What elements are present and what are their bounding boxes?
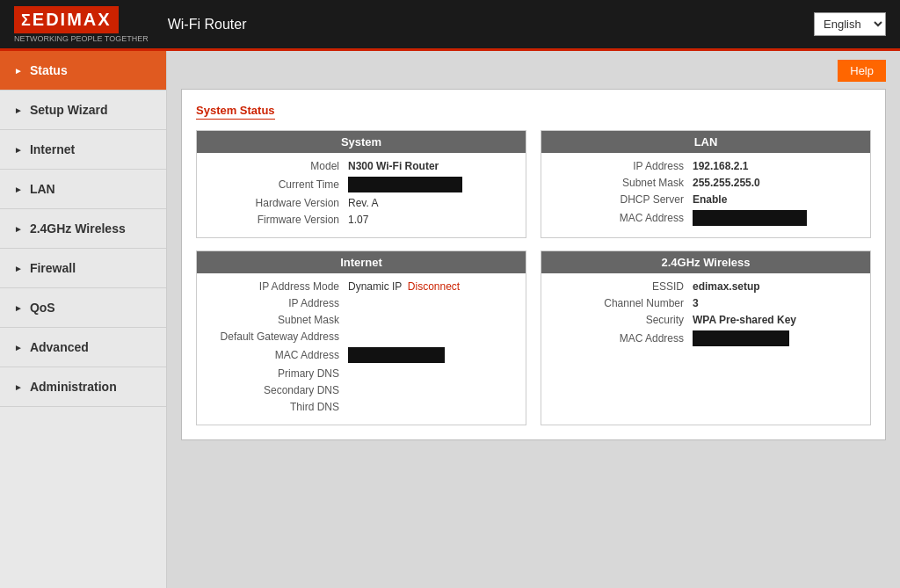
lan-ip-row: IP Address 192.168.2.1: [552, 160, 860, 172]
lan-panel-header: LAN: [541, 131, 870, 153]
arrow-icon: ►: [14, 343, 23, 352]
sidebar-label-internet: Internet: [30, 142, 75, 156]
internet-gw-label: Default Gateway Address: [207, 330, 348, 343]
internet-dns3-label: Third DNS: [207, 401, 348, 413]
internet-ip-row: IP Address: [207, 297, 515, 309]
main-content: Help System Status System Model N300 Wi-…: [167, 51, 900, 588]
sidebar-item-firewall[interactable]: ► Firewall: [0, 249, 166, 288]
arrow-icon: ►: [14, 145, 23, 155]
sidebar-item-setup-wizard[interactable]: ► Setup Wizard: [0, 91, 166, 130]
sidebar-item-advanced[interactable]: ► Advanced: [0, 328, 166, 367]
lan-dhcp-value: Enable: [693, 193, 727, 206]
security-label: Security: [552, 314, 693, 326]
system-panel-body: Model N300 Wi-Fi Router Current Time Har…: [197, 153, 526, 237]
help-button[interactable]: Help: [838, 60, 886, 82]
sidebar-label-setup-wizard: Setup Wizard: [30, 103, 108, 117]
language-dropdown[interactable]: English Chinese French German: [814, 12, 886, 36]
sidebar-item-internet[interactable]: ► Internet: [0, 130, 166, 170]
sidebar-item-wireless[interactable]: ► 2.4GHz Wireless: [0, 209, 166, 249]
disconnect-link[interactable]: Disconnect: [408, 280, 460, 293]
lan-mac-row: MAC Address: [552, 210, 860, 226]
internet-panel-header: Internet: [197, 251, 526, 273]
lan-mask-value: 255.255.255.0: [693, 177, 760, 189]
system-fw-row: Firmware Version 1.07: [207, 214, 515, 226]
essid-label: ESSID: [552, 280, 693, 293]
layout: ► Status ► Setup Wizard ► Internet ► LAN…: [0, 51, 900, 588]
lan-ip-value: 192.168.2.1: [693, 160, 748, 172]
essid-value: edimax.setup: [693, 280, 760, 293]
arrow-icon: ►: [14, 382, 23, 392]
arrow-icon: ►: [14, 224, 23, 234]
lan-mac-label: MAC Address: [552, 212, 693, 224]
wireless-security-row: Security WPA Pre-shared Key: [552, 314, 860, 326]
system-panel-header: System: [197, 131, 526, 153]
model-label: Model: [207, 160, 348, 172]
channel-value: 3: [693, 297, 699, 309]
wireless-mac-row: MAC Address: [552, 330, 860, 346]
internet-info-panel: Internet IP Address Mode Dynamic IP Disc…: [196, 250, 526, 425]
header-logo: ΣEDIMAX NETWORKING PEOPLE TOGETHER Wi-Fi…: [14, 6, 246, 43]
model-value: N300 Wi-Fi Router: [348, 160, 439, 172]
bottom-status-grid: Internet IP Address Mode Dynamic IP Disc…: [196, 250, 871, 425]
addr-mode-label: IP Address Mode: [207, 280, 348, 293]
internet-dns3-row: Third DNS: [207, 401, 515, 413]
language-selector[interactable]: English Chinese French German: [814, 12, 886, 36]
internet-gw-row: Default Gateway Address: [207, 330, 515, 343]
top-status-grid: System Model N300 Wi-Fi Router Current T…: [196, 130, 871, 238]
arrow-icon: ►: [14, 264, 23, 273]
lan-info-panel: LAN IP Address 192.168.2.1 Subnet Mask 2…: [541, 130, 871, 238]
internet-mac-label: MAC Address: [207, 349, 348, 361]
system-status-panel: System Status System Model N300 Wi-Fi Ro…: [181, 89, 886, 440]
system-model-row: Model N300 Wi-Fi Router: [207, 160, 515, 172]
hw-version-value: Rev. A: [348, 197, 378, 209]
section-title: System Status: [196, 104, 275, 120]
wireless-mac-label: MAC Address: [552, 332, 693, 345]
app-title: Wi-Fi Router: [168, 17, 247, 33]
wireless-channel-row: Channel Number 3: [552, 297, 860, 309]
lan-mask-row: Subnet Mask 255.255.255.0: [552, 177, 860, 189]
arrow-icon: ►: [14, 303, 23, 313]
fw-version-label: Firmware Version: [207, 214, 348, 226]
wireless-info-panel: 2.4GHz Wireless ESSID edimax.setup Chann…: [541, 250, 871, 425]
lan-dhcp-label: DHCP Server: [552, 193, 693, 206]
internet-mask-label: Subnet Mask: [207, 314, 348, 326]
lan-panel-body: IP Address 192.168.2.1 Subnet Mask 255.2…: [541, 153, 870, 237]
internet-mac-row: MAC Address: [207, 347, 515, 363]
sidebar-item-administration[interactable]: ► Administration: [0, 367, 166, 407]
lan-mask-label: Subnet Mask: [552, 177, 693, 189]
current-time-masked: [348, 177, 462, 192]
sidebar: ► Status ► Setup Wizard ► Internet ► LAN…: [0, 51, 167, 588]
lan-dhcp-row: DHCP Server Enable: [552, 193, 860, 206]
sidebar-label-lan: LAN: [30, 182, 55, 196]
system-time-row: Current Time: [207, 177, 515, 192]
sidebar-label-qos: QoS: [30, 301, 55, 315]
sidebar-label-administration: Administration: [30, 380, 117, 394]
internet-ip-label: IP Address: [207, 297, 348, 309]
logo-subtitle: NETWORKING PEOPLE TOGETHER: [14, 34, 149, 43]
arrow-icon: ►: [14, 66, 23, 76]
wireless-panel-body: ESSID edimax.setup Channel Number 3 Secu…: [541, 273, 870, 358]
internet-addr-mode-row: IP Address Mode Dynamic IP Disconnect: [207, 280, 515, 293]
channel-label: Channel Number: [552, 297, 693, 309]
internet-mac-masked: [348, 347, 445, 363]
sidebar-item-qos[interactable]: ► QoS: [0, 288, 166, 328]
sidebar-label-advanced: Advanced: [30, 340, 89, 354]
lan-mac-masked: [693, 210, 807, 226]
internet-dns2-row: Secondary DNS: [207, 384, 515, 396]
system-info-panel: System Model N300 Wi-Fi Router Current T…: [196, 130, 526, 238]
fw-version-value: 1.07: [348, 214, 368, 226]
wireless-essid-row: ESSID edimax.setup: [552, 280, 860, 293]
sidebar-label-firewall: Firewall: [30, 261, 76, 275]
internet-dns1-row: Primary DNS: [207, 367, 515, 380]
security-value: WPA Pre-shared Key: [693, 314, 796, 326]
internet-dns1-label: Primary DNS: [207, 367, 348, 380]
arrow-icon: ►: [14, 105, 23, 115]
hw-version-label: Hardware Version: [207, 197, 348, 209]
sidebar-item-lan[interactable]: ► LAN: [0, 170, 166, 209]
internet-panel-body: IP Address Mode Dynamic IP Disconnect IP…: [197, 273, 526, 425]
current-time-label: Current Time: [207, 178, 348, 191]
brand-logo: ΣEDIMAX: [14, 6, 119, 33]
internet-dns2-label: Secondary DNS: [207, 384, 348, 396]
sidebar-item-status[interactable]: ► Status: [0, 51, 166, 91]
wireless-panel-header: 2.4GHz Wireless: [541, 251, 870, 273]
